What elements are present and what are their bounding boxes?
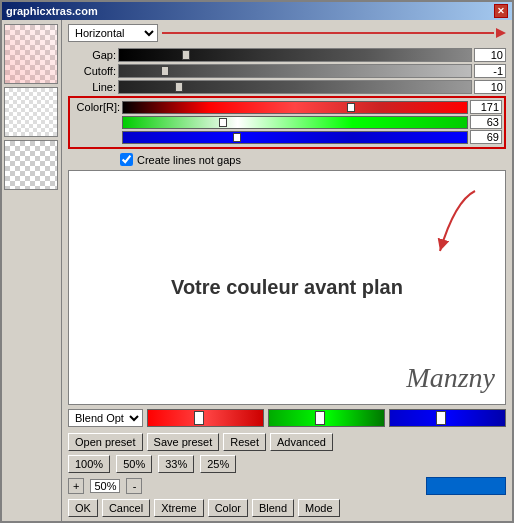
- line-slider-track[interactable]: [118, 80, 472, 94]
- blend-button[interactable]: Blend: [252, 499, 294, 517]
- watermark: Manzny: [406, 362, 495, 394]
- create-lines-checkbox[interactable]: [120, 153, 133, 166]
- direction-arrow-container: [162, 25, 506, 41]
- window-title: graphicxtras.com: [6, 5, 98, 17]
- zoom-value: 50%: [90, 479, 120, 493]
- color-g-value[interactable]: [470, 115, 502, 129]
- color-b-row: [72, 130, 502, 144]
- color-g-row: [72, 115, 502, 129]
- color-g-thumb[interactable]: [219, 118, 227, 127]
- gap-slider-thumb[interactable]: [182, 50, 190, 60]
- gap-slider-track[interactable]: [118, 48, 472, 62]
- ok-button[interactable]: OK: [68, 499, 98, 517]
- close-button[interactable]: ✕: [494, 4, 508, 18]
- thumbnail-3: [4, 140, 58, 190]
- zoom-percent-row: 100% 50% 33% 25%: [68, 455, 506, 473]
- checkbox-row: Create lines not gaps: [68, 153, 506, 166]
- content-area: Horizontal Gap: Cutoff:: [2, 20, 512, 521]
- color-r-value[interactable]: [470, 100, 502, 114]
- line-slider-thumb[interactable]: [175, 82, 183, 92]
- color-box: Color[R]:: [68, 96, 506, 149]
- color-b-slider[interactable]: [122, 131, 468, 144]
- color-r-thumb[interactable]: [347, 103, 355, 112]
- main-display-text: Votre couleur avant plan: [171, 276, 403, 299]
- arrow-indicator: [425, 181, 485, 263]
- blend-r-thumb[interactable]: [194, 411, 204, 425]
- cutoff-slider-thumb[interactable]: [161, 66, 169, 76]
- zoom-50-button[interactable]: 50%: [116, 455, 152, 473]
- line-value[interactable]: [474, 80, 506, 94]
- cutoff-value[interactable]: [474, 64, 506, 78]
- cutoff-label: Cutoff:: [68, 65, 116, 77]
- blend-g-thumb[interactable]: [315, 411, 325, 425]
- cancel-button[interactable]: Cancel: [102, 499, 150, 517]
- blend-b-thumb[interactable]: [436, 411, 446, 425]
- line-slider-row: Line:: [68, 80, 506, 94]
- color-r-label: Color[R]:: [72, 101, 120, 113]
- main-display-area: Votre couleur avant plan Manzny: [68, 170, 506, 405]
- color-r-row: Color[R]:: [72, 100, 502, 114]
- zoom-control-row: + 50% -: [68, 477, 506, 495]
- zoom-minus-button[interactable]: -: [126, 478, 142, 494]
- zoom-25-button[interactable]: 25%: [200, 455, 236, 473]
- color-b-thumb[interactable]: [233, 133, 241, 142]
- blue-indicator-bar: [426, 477, 506, 495]
- titlebar: graphicxtras.com ✕: [2, 2, 512, 20]
- direction-row: Horizontal: [68, 24, 506, 42]
- gap-label: Gap:: [68, 49, 116, 61]
- blend-r-slider[interactable]: [147, 409, 264, 427]
- zoom-plus-button[interactable]: +: [68, 478, 84, 494]
- left-panel: [2, 20, 62, 521]
- xtreme-button[interactable]: Xtreme: [154, 499, 203, 517]
- gap-slider-row: Gap:: [68, 48, 506, 62]
- line-label: Line:: [68, 81, 116, 93]
- annotation-arrow-icon: [425, 181, 485, 261]
- color-g-slider[interactable]: [122, 116, 468, 129]
- thumbnail-2: [4, 87, 58, 137]
- cutoff-slider-row: Cutoff:: [68, 64, 506, 78]
- advanced-button[interactable]: Advanced: [270, 433, 333, 451]
- blend-row: Blend Opti: [68, 409, 506, 427]
- mode-button[interactable]: Mode: [298, 499, 340, 517]
- zoom-33-button[interactable]: 33%: [158, 455, 194, 473]
- main-window: graphicxtras.com ✕ Horizontal: [0, 0, 514, 523]
- blend-b-slider[interactable]: [389, 409, 506, 427]
- gap-value[interactable]: [474, 48, 506, 62]
- color-b-value[interactable]: [470, 130, 502, 144]
- open-preset-button[interactable]: Open preset: [68, 433, 143, 451]
- thumbnail-1: [4, 24, 58, 84]
- bottom-buttons-group: OK Cancel Xtreme Color Blend Mode: [68, 499, 340, 517]
- preset-row: Open preset Save preset Reset Advanced: [68, 433, 506, 451]
- color-r-slider[interactable]: [122, 101, 468, 114]
- save-preset-button[interactable]: Save preset: [147, 433, 220, 451]
- arrow-head-icon: [496, 28, 506, 38]
- blend-g-slider[interactable]: [268, 409, 385, 427]
- arrow-line: [162, 32, 494, 34]
- bottom-button-row: OK Cancel Xtreme Color Blend Mode: [68, 499, 506, 517]
- cutoff-slider-track[interactable]: [118, 64, 472, 78]
- direction-select[interactable]: Horizontal: [68, 24, 158, 42]
- create-lines-label: Create lines not gaps: [137, 154, 241, 166]
- zoom-100-button[interactable]: 100%: [68, 455, 110, 473]
- reset-button[interactable]: Reset: [223, 433, 266, 451]
- blend-select[interactable]: Blend Opti: [68, 409, 143, 427]
- color-button[interactable]: Color: [208, 499, 248, 517]
- right-panel: Horizontal Gap: Cutoff:: [62, 20, 512, 521]
